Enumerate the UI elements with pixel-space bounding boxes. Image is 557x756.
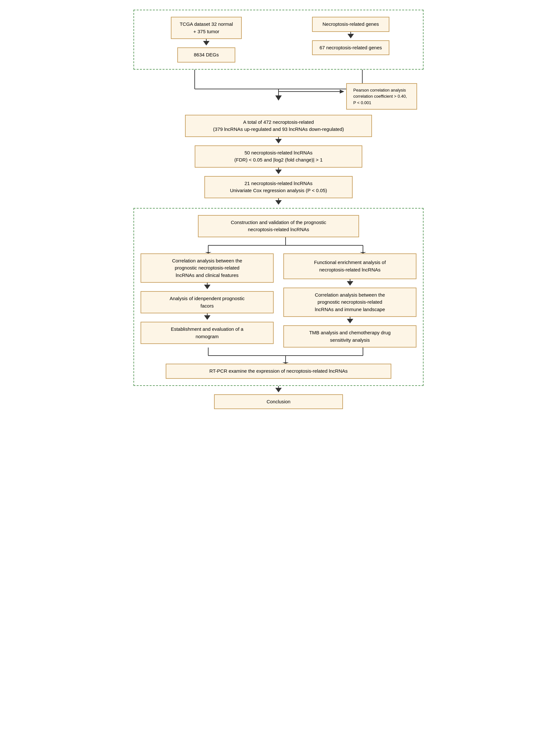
total-472-box: A total of 472 necroptosis-related(379 l… (185, 115, 372, 137)
right-column: Functional enrichment analysis ofnecropt… (283, 253, 416, 348)
independent-prognostic-box: Analysis of idenpendent prognosticfacors (141, 291, 274, 313)
tcga-column: TCGA dataset 32 normal + 375 tumor 8634 … (141, 17, 272, 62)
fifty-box: 50 necroptosis-related lncRNAs(FDR) < 0.… (195, 145, 362, 168)
construction-box: Construction and validation of the progn… (198, 215, 359, 237)
two-columns: Correlation analysis between theprognost… (141, 253, 416, 348)
functional-enrichment-box: Functional enrichment analysis ofnecropt… (283, 253, 416, 279)
rtpcr-box: RT-PCR examine the expression of necropt… (166, 364, 391, 379)
top-row-1: TCGA dataset 32 normal + 375 tumor 8634 … (141, 17, 416, 62)
merge-rtpcr-svg (141, 348, 416, 364)
svg-marker-18 (282, 362, 289, 364)
svg-marker-6 (340, 90, 344, 93)
branch-connector (141, 237, 416, 253)
merge-connector: Pearson correlation analysiscorrelation … (134, 70, 423, 115)
branch-svg (141, 237, 416, 253)
twentyone-box: 21 necroptosis-related lncRNAsUnivariate… (204, 176, 353, 198)
necroptosis-genes-box: Necroptosis-related genes (312, 17, 389, 32)
degs-box: 8634 DEGs (177, 48, 235, 62)
svg-marker-12 (205, 252, 211, 253)
immune-landscape-box: Correlation analysis between theprognost… (283, 288, 416, 317)
left-column: Correlation analysis between theprognost… (141, 253, 274, 348)
diagram-container: TCGA dataset 32 normal + 375 tumor 8634 … (134, 10, 423, 409)
svg-marker-4 (275, 95, 282, 100)
tcga-box: TCGA dataset 32 normal + 375 tumor (171, 17, 242, 39)
correlation-clinical-box: Correlation analysis between theprognost… (141, 253, 274, 283)
svg-marker-13 (360, 252, 366, 253)
necroptosis-67-box: 67 necroptosis-related genes (312, 40, 389, 55)
conclusion-box: Conclusion (214, 394, 343, 409)
bottom-dashed-section: Construction and validation of the progn… (134, 208, 423, 386)
tmb-box: TMB analysis and chemotherapy drugsensit… (283, 325, 416, 348)
necroptosis-column: Necroptosis-related genes 67 necroptosis… (285, 17, 416, 55)
top-dashed-section: TCGA dataset 32 normal + 375 tumor 8634 … (134, 10, 423, 70)
pearson-box: Pearson correlation analysiscorrelation … (346, 83, 417, 110)
nomogram-box: Establishment and evaluation of anomogra… (141, 322, 274, 344)
merge-to-rtpcr (141, 348, 416, 364)
